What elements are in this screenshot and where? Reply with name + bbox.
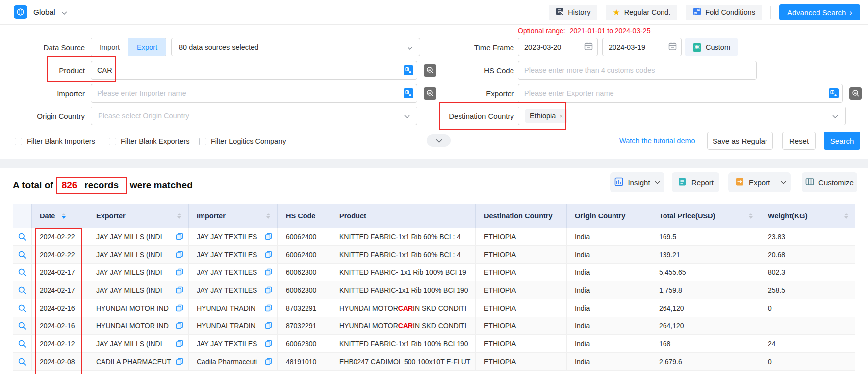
- importer-cell: JAY JAY TEXTILES: [189, 281, 278, 299]
- regular-cond-button[interactable]: ★ Regular Cond.: [606, 5, 677, 20]
- customize-button[interactable]: Customize: [802, 172, 857, 192]
- destination-country-select[interactable]: Ethiopia ×: [518, 107, 846, 125]
- checkbox-label: Filter Blank Importers: [27, 137, 95, 145]
- report-button[interactable]: Report: [672, 172, 719, 192]
- results-table: Date Exporter Importer HS Code Product D…: [13, 204, 855, 371]
- hs-code-cell: 60062300: [278, 281, 331, 299]
- translate-icon[interactable]: A: [404, 88, 413, 98]
- copy-icon[interactable]: [176, 268, 183, 276]
- magnifier-icon[interactable]: [18, 286, 27, 295]
- remove-tag-icon[interactable]: ×: [559, 112, 563, 120]
- copy-icon[interactable]: [265, 322, 272, 329]
- importer-cell: JAY JAY TEXTILES: [189, 335, 278, 352]
- origin-country-placeholder: Please select Origin Country: [98, 112, 189, 120]
- copy-icon[interactable]: [176, 358, 183, 365]
- date-cell: 2024-02-17: [32, 264, 88, 281]
- weight-column-header[interactable]: Weight(KG): [760, 204, 855, 228]
- origin-cell: India: [567, 228, 651, 245]
- total-price-cell: 169.5: [651, 228, 760, 245]
- copy-icon[interactable]: [265, 268, 272, 276]
- fold-conditions-button[interactable]: Fold Conditions: [686, 5, 762, 20]
- importer-input[interactable]: [91, 84, 417, 103]
- checkbox[interactable]: [15, 138, 22, 145]
- origin-country-select[interactable]: Please select Origin Country: [91, 107, 417, 125]
- column-label: Total Price(USD): [659, 212, 715, 220]
- exporter-column-header[interactable]: Exporter: [88, 204, 189, 228]
- copy-icon[interactable]: [265, 251, 272, 258]
- copy-icon[interactable]: [265, 233, 272, 240]
- magnifier-icon[interactable]: [18, 357, 27, 366]
- copy-icon[interactable]: [176, 340, 183, 347]
- product-cell: KNITTED FABRIC- 1x1 Rib 100% BCI 19: [331, 264, 476, 281]
- translate-icon[interactable]: A: [404, 65, 413, 75]
- exporter-name: JAY JAY MILLS (INDI: [96, 340, 162, 348]
- region-selector[interactable]: Global: [14, 5, 67, 19]
- insight-button[interactable]: Insight: [610, 172, 664, 192]
- copy-icon[interactable]: [176, 233, 183, 240]
- origin-cell: India: [567, 353, 651, 370]
- magnifier-icon[interactable]: [18, 339, 27, 348]
- reset-button[interactable]: Reset: [782, 132, 816, 150]
- exporter-cell: JAY JAY MILLS (INDI: [88, 335, 189, 352]
- collapse-form-button[interactable]: [427, 134, 451, 147]
- total-price-cell: 1,759.8: [651, 281, 760, 299]
- export-button[interactable]: Export: [728, 172, 776, 192]
- destination-column-header: Destination Country: [476, 204, 567, 228]
- globe-logo-icon: [14, 5, 27, 19]
- total-price-cell: 139.21: [651, 246, 760, 263]
- data-sources-selected-value: 80 data sources selected: [179, 43, 258, 51]
- history-button[interactable]: History: [549, 5, 597, 20]
- importer-cell: JAY JAY TEXTILES: [189, 264, 278, 281]
- copy-icon[interactable]: [176, 286, 183, 294]
- calendar-icon[interactable]: [668, 42, 677, 53]
- advanced-search-button[interactable]: Advanced Search ›: [779, 4, 860, 20]
- origin-country-row: Origin Country Please select Origin Coun…: [0, 107, 417, 125]
- export-more-button[interactable]: [776, 172, 791, 192]
- copy-icon[interactable]: [176, 322, 183, 329]
- detail-cell: [13, 246, 32, 263]
- magnifier-icon[interactable]: [18, 304, 27, 313]
- hs-code-input[interactable]: [518, 61, 757, 80]
- copy-icon[interactable]: [265, 286, 272, 294]
- magnifier-icon[interactable]: [18, 321, 27, 330]
- save-as-regular-button[interactable]: Save as Regular: [707, 132, 773, 150]
- search-button[interactable]: Search: [824, 132, 860, 150]
- total-price-column-header[interactable]: Total Price(USD): [651, 204, 760, 228]
- exporter-input[interactable]: [518, 84, 843, 103]
- importer-column-header[interactable]: Importer: [189, 204, 278, 228]
- checkbox[interactable]: [199, 138, 206, 145]
- date-column-header[interactable]: Date: [32, 204, 88, 228]
- data-sources-select[interactable]: 80 data sources selected: [171, 38, 420, 56]
- translate-icon[interactable]: A: [829, 88, 839, 98]
- copy-icon[interactable]: [265, 304, 272, 312]
- copy-icon[interactable]: [176, 304, 183, 312]
- copy-icon[interactable]: [176, 251, 183, 258]
- hs-code-cell: 60062300: [278, 264, 331, 281]
- origin-cell: India: [567, 335, 651, 352]
- exporter-name: JAY JAY MILLS (INDI: [96, 251, 162, 259]
- magnifier-icon[interactable]: [18, 232, 27, 241]
- hs-code-cell: 60062300: [278, 335, 331, 352]
- calendar-icon[interactable]: [584, 42, 593, 53]
- insight-label: Insight: [628, 178, 650, 187]
- import-tab[interactable]: Import: [91, 38, 128, 56]
- fuzzy-search-icon[interactable]: [849, 87, 862, 100]
- tutorial-link[interactable]: Watch the tutorial demo: [619, 132, 695, 150]
- importer-cell: Cadila Pharmaceuti: [189, 353, 278, 370]
- detail-cell: [13, 335, 32, 352]
- regular-cond-label: Regular Cond.: [624, 8, 671, 16]
- custom-range-button[interactable]: ⌘ Custom: [685, 38, 738, 56]
- export-tab[interactable]: Export: [128, 38, 166, 56]
- copy-icon[interactable]: [265, 358, 272, 365]
- origin-cell: India: [567, 299, 651, 317]
- column-label: Weight(KG): [768, 212, 807, 220]
- magnifier-icon[interactable]: [18, 268, 27, 277]
- checkbox[interactable]: [109, 138, 116, 145]
- copy-icon[interactable]: [265, 340, 272, 347]
- magnifier-icon[interactable]: [18, 250, 27, 259]
- product-input[interactable]: [91, 61, 417, 80]
- sort-desc-icon: [62, 216, 66, 219]
- optional-range-note: Optional range: 2021-01-01 to 2024-03-25: [518, 27, 650, 35]
- hs-code-cell: 48191010: [278, 353, 331, 370]
- importer-name: JAY JAY TEXTILES: [197, 268, 257, 276]
